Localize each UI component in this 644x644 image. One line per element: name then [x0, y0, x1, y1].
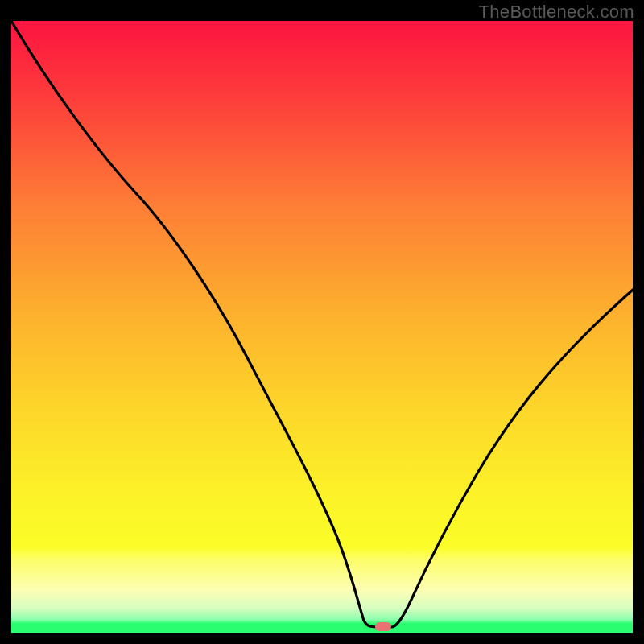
chart-svg: [11, 21, 633, 633]
watermark-text: TheBottleneck.com: [479, 2, 634, 23]
plot-area: [10, 19, 634, 634]
gradient-background: [11, 21, 633, 633]
minimum-marker: [375, 622, 391, 631]
chart-container: TheBottleneck.com: [0, 0, 644, 644]
